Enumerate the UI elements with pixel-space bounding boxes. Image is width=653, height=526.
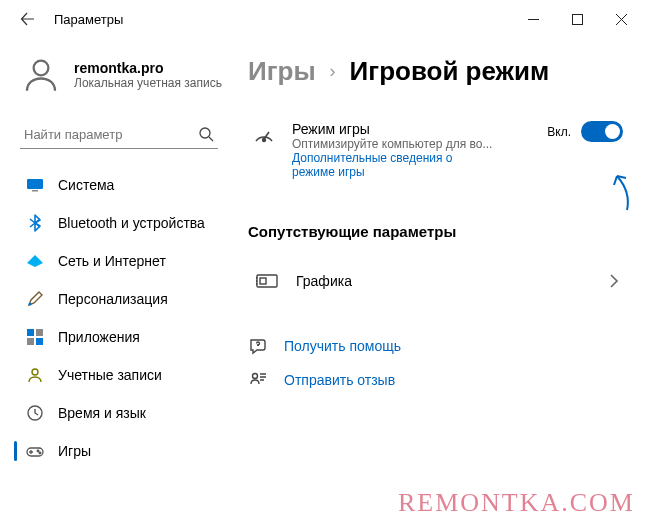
sidebar-item-label: Учетные записи: [58, 367, 162, 383]
sidebar-item-label: Время и язык: [58, 405, 146, 421]
svg-rect-4: [32, 190, 38, 192]
chevron-right-icon: ›: [330, 61, 336, 82]
svg-point-2: [200, 128, 210, 138]
sidebar-item-gaming[interactable]: Игры: [14, 433, 224, 469]
avatar-icon: [20, 54, 62, 96]
watermark: REMONTKA.COM: [398, 488, 635, 518]
profile-sub: Локальная учетная запись: [74, 76, 222, 90]
user-profile[interactable]: remontka.pro Локальная учетная запись: [14, 54, 224, 96]
graphics-row[interactable]: Графика: [248, 258, 627, 304]
back-button[interactable]: [10, 1, 46, 37]
gamemode-toggle[interactable]: [581, 121, 623, 142]
sidebar-item-label: Игры: [58, 443, 91, 459]
wifi-icon: [26, 252, 44, 270]
chevron-right-icon: [609, 274, 619, 288]
window-title: Параметры: [54, 12, 123, 27]
svg-rect-3: [27, 179, 43, 189]
get-help-link[interactable]: Получить помощь: [248, 336, 627, 356]
gamepad-icon: [26, 442, 44, 460]
gamemode-sub: Оптимизируйте компьютер для во...: [292, 137, 531, 151]
bluetooth-icon: [26, 214, 44, 232]
maximize-button[interactable]: [555, 4, 599, 34]
svg-point-10: [32, 369, 38, 375]
svg-rect-8: [27, 338, 34, 345]
sidebar-item-time[interactable]: Время и язык: [14, 395, 224, 431]
sidebar-item-label: Bluetooth и устройства: [58, 215, 205, 231]
gamemode-card: Режим игры Оптимизируйте компьютер для в…: [248, 115, 627, 185]
sidebar-item-bluetooth[interactable]: Bluetooth и устройства: [14, 205, 224, 241]
clock-icon: [26, 404, 44, 422]
related-heading: Сопутствующие параметры: [248, 223, 627, 240]
sidebar-item-label: Сеть и Интернет: [58, 253, 166, 269]
breadcrumb-current: Игровой режим: [350, 56, 550, 87]
close-button[interactable]: [599, 4, 643, 34]
profile-name: remontka.pro: [74, 60, 222, 76]
sidebar-item-network[interactable]: Сеть и Интернет: [14, 243, 224, 279]
sidebar-item-label: Персонализация: [58, 291, 168, 307]
monitor-icon: [26, 176, 44, 194]
help-icon: [248, 336, 268, 356]
gamemode-learn-more[interactable]: Дополнительные сведения о режиме игры: [292, 151, 472, 179]
svg-point-14: [39, 452, 41, 454]
toggle-state-label: Вкл.: [547, 125, 571, 139]
svg-rect-9: [36, 338, 43, 345]
svg-rect-17: [260, 278, 266, 284]
sidebar-item-system[interactable]: Система: [14, 167, 224, 203]
search-icon: [198, 126, 214, 142]
svg-point-1: [34, 61, 49, 76]
get-help-label: Получить помощь: [284, 338, 401, 354]
svg-point-15: [263, 139, 266, 142]
feedback-icon: [248, 370, 268, 390]
gauge-icon: [252, 125, 276, 149]
person-icon: [26, 366, 44, 384]
svg-rect-6: [27, 329, 34, 336]
sidebar-item-personalization[interactable]: Персонализация: [14, 281, 224, 317]
svg-point-19: [253, 374, 258, 379]
apps-icon: [26, 328, 44, 346]
gamemode-title: Режим игры: [292, 121, 531, 137]
search-field[interactable]: [20, 120, 218, 149]
feedback-link[interactable]: Отправить отзыв: [248, 370, 627, 390]
svg-point-5: [29, 303, 32, 306]
sidebar-item-accounts[interactable]: Учетные записи: [14, 357, 224, 393]
feedback-label: Отправить отзыв: [284, 372, 395, 388]
sidebar-item-apps[interactable]: Приложения: [14, 319, 224, 355]
search-input[interactable]: [24, 127, 198, 142]
svg-rect-0: [572, 14, 582, 24]
breadcrumb: Игры › Игровой режим: [248, 56, 627, 87]
graphics-icon: [256, 272, 278, 290]
minimize-button[interactable]: [511, 4, 555, 34]
sidebar-item-label: Система: [58, 177, 114, 193]
svg-point-13: [37, 450, 39, 452]
graphics-label: Графика: [296, 273, 591, 289]
breadcrumb-parent[interactable]: Игры: [248, 56, 316, 87]
svg-rect-7: [36, 329, 43, 336]
sidebar-item-label: Приложения: [58, 329, 140, 345]
brush-icon: [26, 290, 44, 308]
